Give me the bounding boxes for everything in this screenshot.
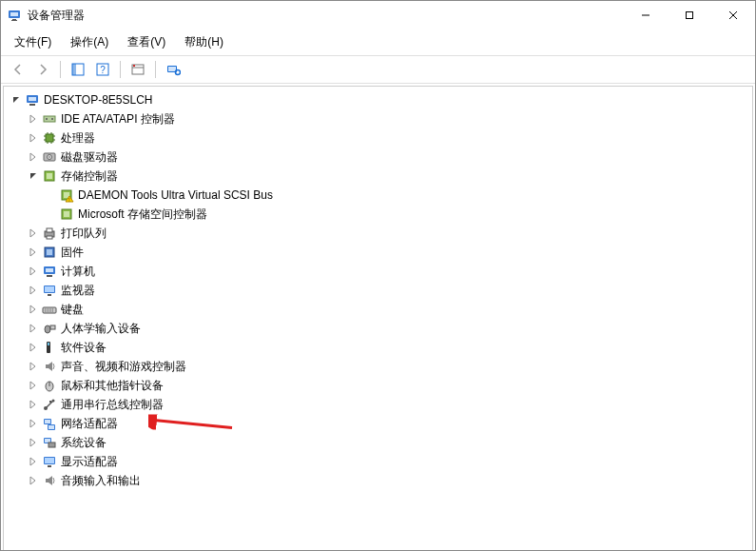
tree-item-label: DESKTOP-8E5SLCH — [44, 93, 153, 107]
expand-icon[interactable] — [27, 322, 40, 335]
tree-item-12[interactable]: 鼠标和其他指针设备 — [6, 376, 750, 395]
properties-button[interactable] — [126, 59, 149, 80]
software-icon — [42, 340, 57, 355]
svg-marker-80 — [30, 401, 35, 408]
no-expander — [44, 207, 57, 221]
help-button[interactable]: ? — [91, 59, 114, 80]
expand-icon[interactable] — [27, 265, 40, 278]
show-hide-tree-button[interactable] — [67, 59, 89, 80]
svg-marker-85 — [30, 420, 35, 427]
svg-line-91 — [154, 421, 232, 428]
tree-item-6[interactable]: 计算机 — [6, 262, 750, 281]
minimize-button[interactable] — [624, 1, 668, 30]
tree-item-17[interactable]: 音频输入和输出 — [6, 471, 750, 490]
tree-item-1[interactable]: 处理器 — [6, 128, 750, 148]
tree-item-label: 音频输入和输出 — [61, 473, 141, 489]
collapse-icon[interactable] — [10, 93, 23, 107]
svg-rect-87 — [45, 420, 50, 423]
scan-hardware-button[interactable] — [162, 59, 184, 80]
svg-rect-70 — [50, 325, 55, 329]
svg-rect-75 — [46, 364, 48, 368]
expand-icon[interactable] — [27, 226, 40, 240]
tree-item-11[interactable]: 声音、视频和游戏控制器 — [6, 357, 750, 376]
svg-rect-98 — [45, 458, 54, 463]
collapse-icon[interactable] — [27, 169, 40, 183]
tree-item-label: 监视器 — [61, 283, 95, 299]
svg-rect-20 — [29, 97, 36, 101]
tree-item-10[interactable]: 软件设备 — [6, 338, 750, 357]
app-icon — [7, 8, 22, 23]
expand-icon[interactable] — [27, 436, 40, 449]
toolbar: ? — [1, 56, 755, 84]
svg-rect-21 — [29, 104, 35, 106]
tree-item-label: IDE ATA/ATAPI 控制器 — [61, 111, 175, 128]
svg-rect-48 — [64, 211, 69, 217]
svg-marker-74 — [30, 363, 35, 370]
svg-marker-36 — [30, 153, 35, 161]
maximize-button[interactable] — [668, 1, 711, 30]
expand-icon[interactable] — [27, 341, 40, 354]
svg-rect-99 — [48, 465, 51, 467]
menu-bar: 文件(F) 操作(A) 查看(V) 帮助(H) — [1, 30, 755, 56]
tree-item-3[interactable]: 存储控制器 — [6, 167, 750, 186]
tree-root[interactable]: DESKTOP-8E5SLCH — [6, 90, 750, 109]
tree-item-label: 存储控制器 — [61, 168, 118, 185]
menu-action[interactable]: 操作(A) — [67, 32, 112, 52]
close-button[interactable] — [711, 1, 755, 30]
back-button[interactable] — [7, 59, 29, 80]
expand-icon[interactable] — [27, 112, 40, 126]
tree-item-5[interactable]: 固件 — [6, 243, 750, 262]
tree-item-9[interactable]: 人体学输入设备 — [6, 319, 750, 338]
toolbar-separator — [120, 61, 121, 78]
svg-marker-49 — [30, 229, 35, 237]
printer-icon — [42, 226, 57, 241]
expand-icon[interactable] — [27, 417, 40, 430]
tree-item-13[interactable]: 通用串行总线控制器 — [6, 395, 750, 414]
tree-item-2[interactable]: 磁盘驱动器 — [6, 148, 750, 167]
firmware-icon — [42, 245, 57, 260]
expand-icon[interactable] — [27, 360, 40, 373]
expand-icon[interactable] — [27, 131, 40, 145]
tree-item-4[interactable]: 打印队列 — [6, 224, 750, 243]
menu-view[interactable]: 查看(V) — [124, 32, 169, 52]
svg-point-24 — [46, 118, 48, 120]
tree-item-label: 鼠标和其他指针设备 — [61, 378, 164, 394]
tree-item-8[interactable]: 键盘 — [6, 300, 750, 319]
svg-rect-59 — [47, 275, 52, 277]
svg-rect-1 — [10, 12, 18, 16]
svg-marker-40 — [30, 173, 36, 179]
storage-warn-icon: ! — [59, 187, 74, 203]
computer-icon — [42, 264, 57, 279]
tree-item-7[interactable]: 监视器 — [6, 281, 750, 300]
tree-item-label: 计算机 — [61, 264, 95, 280]
tree-item-14[interactable]: 网络适配器 — [6, 414, 750, 433]
tree-item-3-0[interactable]: !DAEMON Tools Ultra Virtual SCSI Bus — [6, 186, 750, 205]
tree-item-0[interactable]: IDE ATA/ATAPI 控制器 — [6, 109, 750, 128]
expand-icon[interactable] — [27, 246, 40, 259]
tree-item-16[interactable]: 显示适配器 — [6, 452, 750, 471]
tree-item-label: 声音、视频和游戏控制器 — [61, 359, 186, 375]
system-icon — [42, 435, 57, 450]
tree-item-label: 系统设备 — [61, 435, 107, 451]
svg-marker-76 — [48, 362, 52, 371]
expand-icon[interactable] — [27, 474, 40, 487]
forward-button[interactable] — [31, 59, 54, 80]
menu-file[interactable]: 文件(F) — [10, 32, 55, 52]
expand-icon[interactable] — [27, 379, 40, 392]
tree-item-15[interactable]: 系统设备 — [6, 433, 750, 452]
mouse-icon — [42, 378, 57, 393]
expand-icon[interactable] — [27, 150, 40, 164]
no-expander — [44, 188, 57, 202]
svg-text:?: ? — [100, 65, 106, 75]
menu-help[interactable]: 帮助(H) — [181, 32, 227, 52]
expand-icon[interactable] — [27, 303, 40, 316]
expand-icon[interactable] — [27, 455, 40, 468]
expand-icon[interactable] — [27, 398, 40, 411]
svg-marker-22 — [30, 115, 35, 123]
window-controls — [624, 1, 755, 30]
tree-item-3-1[interactable]: Microsoft 存储空间控制器 — [6, 205, 750, 224]
expand-icon[interactable] — [27, 284, 40, 297]
svg-rect-9 — [72, 64, 76, 75]
device-tree[interactable]: DESKTOP-8E5SLCHIDE ATA/ATAPI 控制器处理器磁盘驱动器… — [3, 86, 753, 551]
tree-item-label: 固件 — [61, 245, 84, 261]
